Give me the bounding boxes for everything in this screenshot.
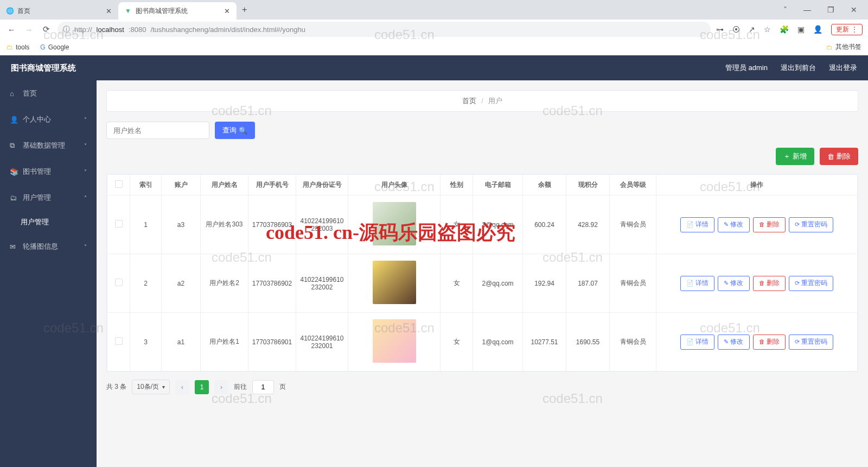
header-to-front[interactable]: 退出到前台 bbox=[781, 63, 816, 73]
book-icon: 📚 bbox=[10, 168, 17, 176]
browser-tab-home[interactable]: 🌐 首页 ✕ bbox=[0, 2, 118, 20]
sidebar-label: 首页 bbox=[23, 89, 37, 98]
cell-balance: 10277.51 bbox=[523, 313, 566, 371]
avatar-image bbox=[373, 202, 416, 245]
bookmark-google[interactable]: GGoogle bbox=[40, 43, 69, 51]
search-input[interactable] bbox=[106, 122, 209, 139]
detail-button[interactable]: 📄 详情 bbox=[680, 217, 714, 232]
back-icon[interactable]: ← bbox=[5, 25, 17, 34]
browser-chrome: 🌐 首页 ✕ ▼ 图书商城管理系统 ✕ + ˅ — ❐ ✕ ← → ⟳ ⓘ ht… bbox=[0, 0, 868, 55]
url-input[interactable]: ⓘ http://localhost:8080/tushushangcheng/… bbox=[58, 22, 711, 37]
reset-password-button[interactable]: ⟳ 重置密码 bbox=[789, 276, 833, 291]
cell-points: 428.92 bbox=[566, 195, 610, 254]
pager-page-1[interactable]: 1 bbox=[195, 380, 209, 394]
page-size-select[interactable]: 10条/页▾ bbox=[132, 380, 170, 394]
cell-phone: 17703786902 bbox=[248, 254, 296, 313]
breadcrumb-current: 用户 bbox=[488, 97, 502, 105]
url-host: localhost bbox=[97, 26, 124, 34]
header-logout[interactable]: 退出登录 bbox=[829, 63, 857, 73]
sidebar-label: 个人中心 bbox=[23, 115, 51, 124]
reset-password-button[interactable]: ⟳ 重置密码 bbox=[789, 335, 833, 350]
key-icon[interactable]: ⊶ bbox=[716, 25, 724, 34]
cell-balance: 192.94 bbox=[523, 254, 566, 313]
edit-button[interactable]: ✎ 修改 bbox=[718, 276, 749, 291]
share-icon[interactable]: ↗ bbox=[749, 25, 755, 34]
header-admin[interactable]: 管理员 admin bbox=[725, 63, 768, 73]
detail-button[interactable]: 📄 详情 bbox=[680, 335, 714, 350]
bookmark-other[interactable]: 🗀其他书签 bbox=[826, 42, 861, 52]
reload-icon[interactable]: ⟳ bbox=[40, 24, 52, 34]
window-dropdown-icon[interactable]: ˅ bbox=[783, 5, 787, 14]
row-checkbox[interactable] bbox=[115, 279, 123, 286]
cell-account: a1 bbox=[162, 313, 201, 371]
pager-prev[interactable]: ‹ bbox=[175, 380, 189, 394]
cell-level: 青铜会员 bbox=[610, 254, 656, 313]
chevron-down-icon: ˅ bbox=[84, 169, 87, 175]
info-icon: ⓘ bbox=[63, 24, 70, 34]
row-checkbox[interactable] bbox=[115, 220, 123, 228]
table-header: 用户手机号 bbox=[248, 175, 296, 195]
url-path: /tushushangcheng/admin/dist/index.html#/… bbox=[150, 26, 305, 34]
pager-next[interactable]: › bbox=[214, 380, 228, 394]
maximize-icon[interactable]: ❐ bbox=[827, 5, 834, 14]
search-button[interactable]: 查询 🔍 bbox=[215, 122, 255, 139]
cell-idx: 3 bbox=[130, 313, 162, 371]
window-close-icon[interactable]: ✕ bbox=[851, 5, 857, 14]
row-delete-button[interactable]: 🗑 删除 bbox=[753, 335, 786, 350]
row-delete-button[interactable]: 🗑 删除 bbox=[753, 276, 786, 291]
sidebar-item-0[interactable]: ⌂首页 bbox=[0, 80, 97, 106]
new-tab-button[interactable]: + bbox=[237, 5, 252, 15]
table-header: 账户 bbox=[162, 175, 201, 195]
edit-button[interactable]: ✎ 修改 bbox=[718, 217, 749, 232]
sidebar-sub-item[interactable]: 用户管理 bbox=[0, 211, 97, 234]
pagination: 共 3 条 10条/页▾ ‹ 1 › 前往 页 bbox=[106, 380, 858, 394]
close-icon[interactable]: ✕ bbox=[105, 7, 113, 15]
add-button[interactable]: ＋新增 bbox=[776, 148, 814, 165]
main-content: 首页 / 用户 查询 🔍 ＋新增 🗑删除 索引账户用户 bbox=[97, 80, 868, 467]
home-icon: ⌂ bbox=[10, 90, 17, 98]
chevron-down-icon: ˅ bbox=[84, 117, 87, 123]
sidebar-item-2[interactable]: ⧉基础数据管理˅ bbox=[0, 132, 97, 159]
table-header: 会员等级 bbox=[610, 175, 656, 195]
sidebar-item-5[interactable]: ✉轮播图信息˅ bbox=[0, 234, 97, 260]
globe-icon: 🌐 bbox=[5, 7, 14, 15]
minimize-icon[interactable]: — bbox=[803, 5, 811, 14]
avatar-image bbox=[373, 319, 416, 363]
sidepanel-icon[interactable]: ▣ bbox=[797, 25, 805, 34]
row-checkbox[interactable] bbox=[115, 337, 123, 345]
breadcrumb-home[interactable]: 首页 bbox=[462, 97, 476, 105]
cell-avatar bbox=[348, 313, 441, 371]
cell-idcard: 410224199610232001 bbox=[296, 313, 348, 371]
reset-icon: ⟳ bbox=[795, 280, 800, 286]
edit-icon: ✎ bbox=[724, 221, 729, 228]
trash-icon: 🗑 bbox=[759, 338, 765, 345]
extensions-icon[interactable]: 🧩 bbox=[780, 25, 789, 34]
sidebar-item-1[interactable]: 👤个人中心˅ bbox=[0, 106, 97, 132]
cell-gender: 女 bbox=[441, 254, 473, 313]
trash-icon: 🗑 bbox=[827, 153, 834, 161]
sidebar-item-4[interactable]: 🗂用户管理˄ bbox=[0, 185, 97, 211]
delete-button[interactable]: 🗑删除 bbox=[820, 148, 858, 165]
table-row: 2a2用户姓名217703786902410224199610232002女2@… bbox=[107, 254, 858, 313]
forward-icon[interactable]: → bbox=[23, 25, 35, 34]
detail-icon: 📄 bbox=[686, 221, 694, 228]
translate-icon[interactable]: ⦿ bbox=[732, 25, 740, 34]
pager-goto-input[interactable] bbox=[252, 380, 274, 394]
bookmark-tools[interactable]: 🗀tools bbox=[7, 43, 29, 51]
reset-password-button[interactable]: ⟳ 重置密码 bbox=[789, 217, 833, 232]
detail-button[interactable]: 📄 详情 bbox=[680, 276, 714, 291]
cell-email: 2@qq.com bbox=[473, 254, 523, 313]
edit-button[interactable]: ✎ 修改 bbox=[718, 335, 749, 350]
sidebar-item-3[interactable]: 📚图书管理˅ bbox=[0, 159, 97, 185]
user-icon: 👤 bbox=[10, 116, 17, 124]
update-button[interactable]: 更新⋮ bbox=[831, 24, 863, 35]
data-table: 索引账户用户姓名用户手机号用户身份证号用户头像性别电子邮箱余额现积分会员等级操作… bbox=[106, 174, 858, 372]
checkbox-all[interactable] bbox=[115, 180, 123, 188]
profile-icon[interactable]: 👤 bbox=[813, 25, 822, 34]
tab-title: 图书商城管理系统 bbox=[136, 7, 220, 16]
row-delete-button[interactable]: 🗑 删除 bbox=[753, 217, 786, 232]
star-icon[interactable]: ☆ bbox=[764, 25, 771, 34]
table-header: 索引 bbox=[130, 175, 162, 195]
close-icon[interactable]: ✕ bbox=[223, 7, 231, 15]
browser-tab-active[interactable]: ▼ 图书商城管理系统 ✕ bbox=[118, 2, 237, 20]
